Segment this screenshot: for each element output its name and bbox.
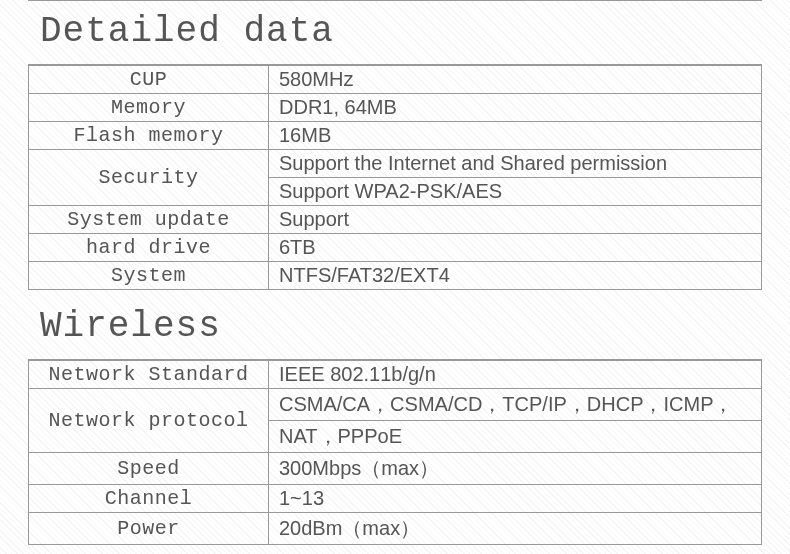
table-row: Security Support the Internet and Shared… — [29, 150, 762, 178]
table-row: Memory DDR1, 64MB — [29, 94, 762, 122]
table-row: Network Standard IEEE 802.11b/g/n — [29, 361, 762, 389]
row-value: 20dBm（max） — [269, 513, 762, 545]
row-value: CSMA/CA，CSMA/CD，TCP/IP，DHCP，ICMP， — [269, 389, 762, 421]
table-row: Power 20dBm（max） — [29, 513, 762, 545]
row-value: Support — [269, 206, 762, 234]
row-label: System — [29, 262, 269, 290]
row-value: DDR1, 64MB — [269, 94, 762, 122]
table-row: Network protocol CSMA/CA，CSMA/CD，TCP/IP，… — [29, 389, 762, 421]
row-value: 580MHz — [269, 66, 762, 94]
row-label: Memory — [29, 94, 269, 122]
section-title-text: Detailed data — [40, 11, 334, 52]
detailed-data-table: CUP 580MHz Memory DDR1, 64MB Flash memor… — [28, 65, 762, 290]
row-label: System update — [29, 206, 269, 234]
row-value: IEEE 802.11b/g/n — [269, 361, 762, 389]
row-label: Network protocol — [29, 389, 269, 453]
row-label: Security — [29, 150, 269, 206]
section-title-text: Wireless — [40, 306, 221, 347]
row-label: Channel — [29, 485, 269, 513]
row-value: Support the Internet and Shared permissi… — [269, 150, 762, 178]
table-row: Flash memory 16MB — [29, 122, 762, 150]
row-label: hard drive — [29, 234, 269, 262]
row-label: CUP — [29, 66, 269, 94]
row-label: Flash memory — [29, 122, 269, 150]
row-value: 300Mbps（max） — [269, 453, 762, 485]
row-label: Network Standard — [29, 361, 269, 389]
table-row: System update Support — [29, 206, 762, 234]
table-row: Speed 300Mbps（max） — [29, 453, 762, 485]
row-value: NAT，PPPoE — [269, 421, 762, 453]
row-value: 6TB — [269, 234, 762, 262]
table-row: hard drive 6TB — [29, 234, 762, 262]
row-value: 1~13 — [269, 485, 762, 513]
row-value: NTFS/FAT32/EXT4 — [269, 262, 762, 290]
row-value: 16MB — [269, 122, 762, 150]
section-title-wireless: Wireless — [28, 296, 762, 360]
row-label: Speed — [29, 453, 269, 485]
wireless-table: Network Standard IEEE 802.11b/g/n Networ… — [28, 360, 762, 545]
row-value: Support WPA2-PSK/AES — [269, 178, 762, 206]
table-row: System NTFS/FAT32/EXT4 — [29, 262, 762, 290]
table-row: Channel 1~13 — [29, 485, 762, 513]
table-row: CUP 580MHz — [29, 66, 762, 94]
section-title-detailed: Detailed data — [28, 0, 762, 65]
row-label: Power — [29, 513, 269, 545]
